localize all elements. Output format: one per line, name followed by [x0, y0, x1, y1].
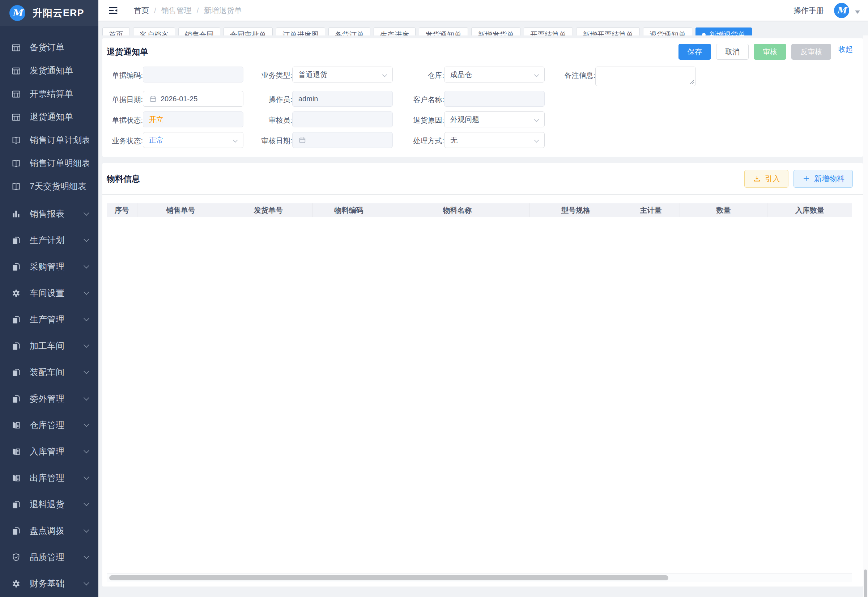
- download-icon: [752, 174, 761, 183]
- sidebar-item[interactable]: 开票结算单: [0, 85, 98, 102]
- table-header-cell[interactable]: 数量: [680, 203, 767, 217]
- sidebar-item[interactable]: 盘点调拨: [0, 522, 98, 539]
- tab-label: 开票结算单: [530, 30, 566, 36]
- gear-icon: [11, 579, 21, 589]
- remark-textarea[interactable]: [595, 67, 696, 86]
- table-header-cell[interactable]: 型号规格: [530, 203, 622, 217]
- sidebar-item[interactable]: 出库管理: [0, 469, 98, 487]
- sidebar-item[interactable]: 生产管理: [0, 311, 98, 328]
- tab[interactable]: 新增发货单: [471, 28, 520, 36]
- sidebar-item[interactable]: 加工车间: [0, 337, 98, 355]
- breadcrumb-home[interactable]: 首页: [134, 6, 149, 16]
- sidebar-item-label: 生产管理: [30, 314, 84, 325]
- tab[interactable]: 首页: [102, 28, 130, 36]
- vertical-scrollbar[interactable]: [863, 36, 868, 597]
- biz-type-label: 业务类型:: [258, 67, 292, 80]
- customer-input[interactable]: [444, 91, 545, 107]
- open-tabs-strip: 首页 客户档案 销售合同 合同审批单: [98, 21, 868, 36]
- sidebar-item[interactable]: 发货通知单: [0, 62, 98, 79]
- sidebar-item[interactable]: 入库管理: [0, 443, 98, 460]
- doc-code-input[interactable]: [143, 67, 243, 83]
- cancel-button[interactable]: 取消: [716, 44, 749, 60]
- operator-label: 操作员:: [258, 91, 292, 105]
- biz-status-select[interactable]: 正常: [143, 132, 243, 148]
- tab-label: 生产进度: [380, 30, 409, 36]
- sidebar-item[interactable]: 采购管理: [0, 258, 98, 275]
- table-header-cell[interactable]: 物料编码: [313, 203, 385, 217]
- biz-type-select[interactable]: 普通退货: [292, 67, 393, 83]
- handle-method-select[interactable]: 无: [444, 132, 545, 148]
- save-button[interactable]: 保存: [678, 44, 711, 60]
- tab[interactable]: 销售合同: [178, 28, 220, 36]
- user-menu-caret-icon[interactable]: [855, 10, 860, 14]
- sidebar-item-label: 加工车间: [30, 340, 84, 352]
- warehouse-select[interactable]: 成品仓: [444, 67, 545, 83]
- table-header-cell[interactable]: 物料名称: [385, 203, 530, 217]
- open-book-icon: [11, 158, 21, 168]
- sidebar-item[interactable]: 退货通知单: [0, 108, 98, 126]
- sidebar-item[interactable]: 财务基础: [0, 575, 98, 592]
- sidebar-item[interactable]: 仓库管理: [0, 416, 98, 434]
- add-material-button[interactable]: 新增物料: [794, 170, 853, 188]
- horizontal-scrollbar[interactable]: [107, 573, 852, 582]
- vertical-scrollbar-thumb[interactable]: [864, 569, 867, 597]
- tab[interactable]: 发货通知单: [419, 28, 468, 36]
- materials-card: 物料信息 引入 新增物料 序号: [102, 163, 863, 587]
- unaudit-button[interactable]: 反审核: [791, 44, 831, 60]
- sidebar-collapse-icon[interactable]: [108, 5, 118, 16]
- table-header-cell[interactable]: 主计量: [622, 203, 680, 217]
- resize-handle-icon[interactable]: [689, 80, 695, 85]
- return-form-card: 退货通知单 保存 取消 审核 反审核 收起 单据编码: 业务类型: 普通退货: [102, 39, 863, 157]
- doc-date-input[interactable]: 2026-01-25: [143, 91, 243, 107]
- sidebar-item[interactable]: 委外管理: [0, 390, 98, 407]
- sidebar-item[interactable]: 销售订单明细表: [0, 154, 98, 172]
- sidebar-item-label: 销售报表: [30, 208, 84, 220]
- sidebar-item[interactable]: 7天交货明细表: [0, 178, 98, 195]
- tab-label: 订单进度图: [283, 30, 318, 36]
- operator-input[interactable]: admin: [292, 91, 393, 107]
- auditor-input[interactable]: [292, 111, 393, 127]
- remark-field: 备注信息:: [559, 67, 859, 86]
- tab[interactable]: 订单进度图: [276, 28, 325, 36]
- chevron-down-icon: [83, 500, 89, 506]
- chevron-down-icon: [83, 236, 89, 242]
- collapse-link[interactable]: 收起: [838, 45, 853, 54]
- materials-title: 物料信息: [107, 173, 140, 184]
- import-button[interactable]: 引入: [744, 170, 788, 188]
- tab[interactable]: 客户档案: [133, 28, 175, 36]
- sidebar-item[interactable]: 装配车间: [0, 364, 98, 381]
- sidebar-item-label: 销售订单明细表: [30, 157, 89, 169]
- table-header-cell[interactable]: 序号: [107, 203, 138, 217]
- user-avatar[interactable]: M: [834, 3, 849, 18]
- tab[interactable]: 开票结算单: [524, 28, 573, 36]
- sidebar-item[interactable]: 车间设置: [0, 284, 98, 302]
- chevron-down-icon: [83, 315, 89, 321]
- chevron-down-icon: [83, 580, 89, 585]
- sidebar-item[interactable]: 备货订单: [0, 39, 98, 56]
- sidebar-item[interactable]: 品质管理: [0, 548, 98, 566]
- chevron-down-icon: [83, 368, 89, 374]
- tab[interactable]: 备货订单: [328, 28, 370, 36]
- app-logo-row[interactable]: M 升阳云ERP: [0, 0, 98, 26]
- table-header-cell[interactable]: 入库数量: [767, 203, 852, 217]
- table-header-cell[interactable]: 销售单号: [138, 203, 224, 217]
- sidebar-item[interactable]: 生产计划: [0, 232, 98, 249]
- chevron-down-icon: [83, 448, 89, 453]
- tab[interactable]: 退货通知单: [643, 28, 692, 36]
- sidebar-item[interactable]: 销售报表: [0, 205, 98, 223]
- tab[interactable]: 新增退货单: [696, 28, 752, 36]
- sidebar-item[interactable]: 销售订单计划表: [0, 131, 98, 149]
- tab[interactable]: 新增开票结算单: [576, 28, 640, 36]
- return-reason-select[interactable]: 外观问题: [444, 111, 545, 127]
- audit-date-input[interactable]: [292, 132, 393, 148]
- tab[interactable]: 合同审批单: [224, 28, 273, 36]
- sidebar-item[interactable]: 退料退货: [0, 496, 98, 513]
- audit-button[interactable]: 审核: [754, 44, 786, 60]
- table-header-label: 数量: [717, 205, 731, 215]
- doc-status-input[interactable]: 开立: [143, 111, 243, 127]
- table-header-cell[interactable]: 发货单号: [224, 203, 313, 217]
- manual-link[interactable]: 操作手册: [794, 6, 824, 16]
- horizontal-scrollbar-thumb[interactable]: [109, 575, 668, 581]
- breadcrumb-sales[interactable]: 销售管理: [161, 6, 192, 16]
- tab[interactable]: 生产进度: [373, 28, 416, 36]
